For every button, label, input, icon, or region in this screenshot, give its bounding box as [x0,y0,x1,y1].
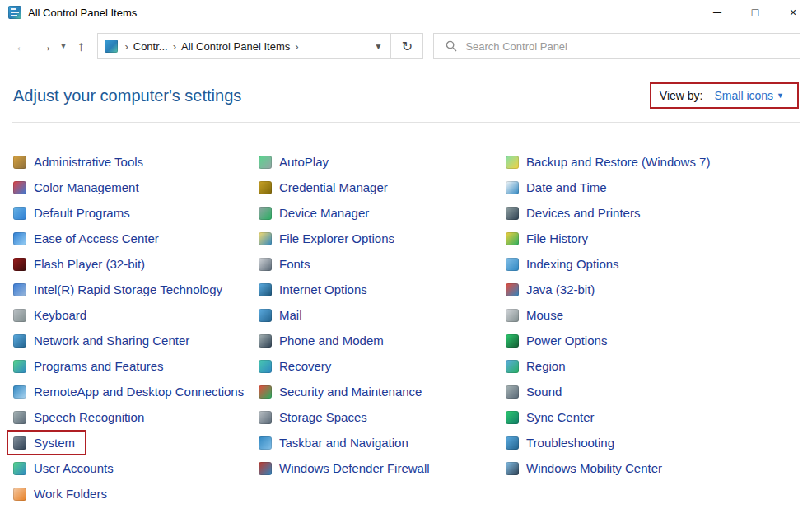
troubleshooting-icon [506,436,519,450]
control-panel-item[interactable]: Ease of Access Center [13,226,166,251]
control-panel-item[interactable]: AutoPlay [259,149,335,175]
control-panel-item[interactable]: Network and Sharing Center [13,328,196,353]
minimize-button[interactable]: ─ [698,0,736,25]
control-panel-item[interactable]: System [7,430,86,455]
control-panel-item-label: Network and Sharing Center [34,334,189,348]
flash-player-icon [13,258,26,271]
control-panel-item[interactable]: Windows Mobility Center [506,455,669,481]
control-panel-item[interactable]: Device Manager [259,200,376,226]
address-bar[interactable]: › Contr... › All Control Panel Items › ▼… [97,33,423,59]
control-panel-item-label: Intel(R) Rapid Storage Technology [34,282,222,296]
control-panel-item[interactable]: Recovery [259,353,338,379]
control-panel-item[interactable]: Windows Defender Firewall [259,455,436,481]
mouse-icon [506,309,519,322]
control-panel-item-label: Taskbar and Navigation [279,436,408,450]
back-button[interactable]: ← [10,38,34,55]
control-panel-item[interactable]: Internet Options [259,277,374,302]
search-input[interactable] [464,34,800,58]
control-panel-item[interactable]: User Accounts [13,455,120,481]
control-panel-item[interactable]: Keyboard [13,302,93,328]
control-panel-item-label: Recovery [279,359,331,373]
breadcrumb-root[interactable]: Contr... [130,40,171,53]
control-panel-item[interactable]: Flash Player (32-bit) [13,251,152,277]
control-panel-item[interactable]: Troubleshooting [506,430,621,455]
control-panel-item-label: Flash Player (32-bit) [34,257,145,271]
control-panel-items-grid: Administrative ToolsColor ManagementDefa… [0,149,812,506]
control-panel-item-label: Indexing Options [526,257,619,271]
control-panel-item-label: Internet Options [279,282,367,296]
control-panel-item[interactable]: RemoteApp and Desktop Connections [13,379,250,404]
storage-spaces-icon [259,411,272,424]
control-panel-item[interactable]: Programs and Features [13,353,170,379]
up-button[interactable]: ↑ [72,38,90,55]
control-panel-item[interactable]: Mail [259,302,309,328]
control-panel-item[interactable]: File Explorer Options [259,226,401,251]
phone-modem-icon [259,334,272,348]
breadcrumb-chevron-icon[interactable]: › [293,40,300,53]
control-panel-item-label: Mouse [526,308,563,322]
control-panel-item[interactable]: Devices and Printers [506,200,646,226]
control-panel-location-icon [105,40,118,53]
control-panel-item[interactable]: Region [506,353,572,379]
control-panel-item[interactable]: Default Programs [13,200,137,226]
search-icon [446,40,457,52]
control-panel-item[interactable]: Color Management [13,175,146,200]
speech-recognition-icon [13,411,26,424]
control-panel-item-label: Default Programs [34,206,130,220]
control-panel-item[interactable]: File History [506,226,595,251]
security-maintenance-icon [259,385,272,399]
window-title: All Control Panel Items [28,7,137,19]
control-panel-item[interactable]: Taskbar and Navigation [259,430,415,455]
control-panel-item-label: User Accounts [34,461,114,475]
control-panel-item[interactable]: Speech Recognition [13,404,151,430]
recovery-icon [259,360,272,373]
control-panel-item-label: AutoPlay [279,155,329,169]
control-panel-item[interactable]: Mouse [506,302,570,328]
control-panel-item[interactable]: Sound [506,379,568,404]
control-panel-item[interactable]: Backup and Restore (Windows 7) [506,149,716,175]
control-panel-item[interactable]: Credential Manager [259,175,394,200]
view-by-label: View by: [660,89,703,102]
date-time-icon [506,181,519,194]
address-dropdown-icon[interactable]: ▼ [366,34,391,58]
control-panel-item-label: Java (32-bit) [526,282,595,296]
breadcrumb-chevron-icon[interactable]: › [123,40,129,53]
view-by-dropdown[interactable]: Small icons ▼ [709,88,789,103]
control-panel-item[interactable]: Phone and Modem [259,328,390,353]
recent-locations-chevron-icon[interactable]: ▼ [58,40,69,52]
maximize-button[interactable]: □ [736,0,774,25]
control-panel-item[interactable]: Work Folders [13,481,114,506]
control-panel-item-label: Credential Manager [279,180,388,194]
refresh-icon[interactable]: ↻ [391,34,422,58]
keyboard-icon [13,309,26,322]
devices-printers-icon [506,207,519,220]
items-column-3: Backup and Restore (Windows 7)Date and T… [506,149,802,481]
control-panel-item[interactable]: Java (32-bit) [506,277,601,302]
breadcrumb-chevron-icon[interactable]: › [171,40,178,53]
control-panel-item[interactable]: Fonts [259,251,317,277]
control-panel-item[interactable]: Storage Spaces [259,404,374,430]
control-panel-item-label: Power Options [526,334,607,348]
control-panel-item[interactable]: Intel(R) Rapid Storage Technology [13,277,229,302]
control-panel-item-label: RemoteApp and Desktop Connections [34,385,244,399]
control-panel-item-label: Sync Center [526,410,595,424]
control-panel-item-label: Work Folders [34,487,107,501]
breadcrumb-current[interactable]: All Control Panel Items [178,40,293,53]
control-panel-item[interactable]: Date and Time [506,175,614,200]
control-panel-item[interactable]: Administrative Tools [13,149,150,175]
forward-button[interactable]: → [34,38,58,55]
administrative-tools-icon [13,156,26,169]
control-panel-item[interactable]: Power Options [506,328,614,353]
control-panel-item-label: Devices and Printers [526,206,640,220]
programs-features-icon [13,360,26,373]
control-panel-item-label: Fonts [279,257,310,271]
color-management-icon [13,181,26,194]
control-panel-item[interactable]: Security and Maintenance [259,379,428,404]
control-panel-item[interactable]: Indexing Options [506,251,626,277]
close-button[interactable]: × [774,0,812,25]
user-accounts-icon [13,462,26,475]
device-manager-icon [259,207,272,220]
control-panel-item[interactable]: Sync Center [506,404,601,430]
default-programs-icon [13,207,26,220]
mail-icon [259,309,272,322]
